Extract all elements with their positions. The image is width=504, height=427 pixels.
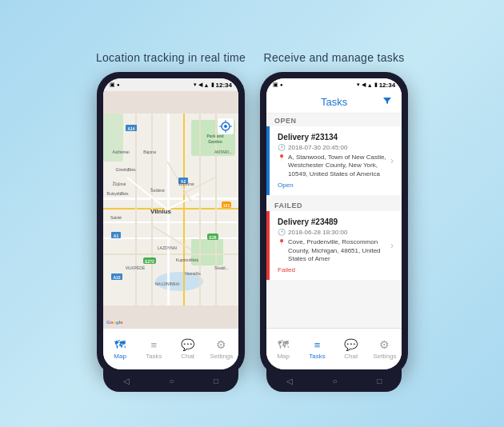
nav-settings-label-1: Settings [210, 353, 233, 360]
nav-chat-label-2: Chat [344, 353, 358, 360]
nav-settings-label-2: Settings [374, 353, 397, 360]
nav-tasks-label-2: Tasks [309, 353, 325, 360]
signal-dot-2: ● [280, 82, 283, 87]
chevron-failed: › [390, 240, 394, 251]
task-card-open-content: Delivery #23134 🕐 2018-07-30 20:45:00 📍 … [278, 133, 387, 189]
addr-icon-open: 📍 [278, 154, 286, 162]
status-time-2: 12:34 [379, 82, 395, 89]
task-failed-addr: 📍 Cove, Prudenville, Roscommon County, M… [278, 238, 387, 263]
addr-icon-failed: 📍 [278, 239, 286, 247]
map-icon: 🗺 [114, 338, 126, 351]
status-icons-2: ▾ ◀ ▲ ▮ 12:34 [357, 82, 395, 89]
svg-text:Nemėžis: Nemėžis [185, 271, 201, 276]
task-failed-name: Delivery #23489 [278, 217, 387, 226]
svg-rect-15 [135, 114, 137, 305]
svg-text:VILKPĖDĖ: VILKPĖDĖ [126, 265, 146, 270]
svg-text:Žūjūnai: Žūjūnai [113, 181, 126, 186]
nav-settings-2[interactable]: ⚙ Settings [368, 338, 402, 360]
status-left-2: ▣ ● [273, 82, 283, 88]
map-svg: A14 A2 A1 E272 E28 [103, 91, 238, 328]
battery-icon-2: ▮ [374, 82, 378, 88]
nav-chat-2[interactable]: 💬 Chat [334, 338, 368, 360]
sim-icon-2: ▣ [273, 82, 278, 88]
svg-text:Garden: Garden [208, 139, 222, 144]
svg-text:NAUJININKAI: NAUJININKAI [154, 281, 179, 286]
nav-map-1[interactable]: 🗺 Map [103, 338, 137, 360]
svg-rect-3 [103, 114, 123, 162]
caption-map: Location tracking in real time [96, 51, 246, 64]
tasks-icon-2: ≡ [314, 339, 321, 351]
nav-tasks-1[interactable]: ≡ Tasks [137, 339, 170, 360]
phone2: ▣ ● ▾ ◀ ▲ ▮ 12:34 Tasks [260, 72, 408, 376]
svg-text:LAZDYNAI: LAZDYNAI [158, 245, 177, 250]
svg-text:ANTARI...: ANTARI... [214, 150, 232, 154]
chevron-open: › [390, 155, 394, 166]
status-left-1: ▣ ● [110, 82, 120, 88]
recents-btn-1[interactable]: □ [214, 377, 218, 385]
svg-text:Bajorai: Bajorai [143, 150, 156, 154]
svg-point-55 [224, 125, 227, 128]
task-card-open[interactable]: Delivery #23134 🕐 2018-07-30 20:45:00 📍 … [266, 126, 402, 195]
svg-text:Vilnius: Vilnius [150, 208, 172, 215]
back-btn-1[interactable]: ◁ [123, 377, 130, 385]
nav-chat-label-1: Chat [181, 353, 194, 360]
svg-text:Gineitis̃kės: Gineitis̃kės [116, 167, 136, 172]
chat-icon-1: 💬 [181, 338, 194, 351]
task-open-status: Open [278, 182, 387, 189]
phone2-wrapper: Receive and manage tasks ▣ ● ▾ ◀ ▲ ▮ 12:… [260, 51, 408, 376]
filter-icon[interactable] [382, 96, 392, 108]
svg-text:E28: E28 [210, 235, 217, 240]
nav-map-2[interactable]: 🗺 Map [266, 338, 300, 360]
phone1-wrapper: Location tracking in real time ▣ ● ▾ ◀ ▲… [96, 51, 246, 376]
task-failed-addr-text: Cove, Prudenville, Roscommon County, Mic… [288, 238, 387, 263]
task-failed-status: Failed [278, 266, 387, 273]
map-icon-2: 🗺 [278, 338, 289, 351]
tasks-icon-1: ≡ [151, 339, 158, 351]
bottom-nav-1: 🗺 Map ≡ Tasks 💬 Chat ⚙ Settings [103, 328, 238, 369]
wifi-icon-2: ◀ [362, 82, 366, 88]
status-time-1: 12:34 [216, 82, 232, 89]
nav-chat-1[interactable]: 💬 Chat [170, 338, 204, 360]
tasks-header: Tasks [266, 91, 402, 114]
task-failed-time-text: 2018-06-28 18:30:00 [288, 229, 347, 236]
task-open-addr: 📍 A, Stanwood, Town of New Castle, Westc… [278, 154, 387, 178]
svg-text:Avižieniai: Avižieniai [112, 150, 129, 154]
svg-text:Skaidi...: Skaidi... [214, 265, 229, 270]
app-container: Location tracking in real time ▣ ● ▾ ◀ ▲… [96, 51, 408, 376]
status-bar-1: ▣ ● ▾ ◀ ▲ ▮ 12:34 [103, 78, 238, 91]
back-btn-2[interactable]: ◁ [286, 377, 293, 385]
nav-tasks-2[interactable]: ≡ Tasks [300, 339, 334, 360]
svg-rect-5 [103, 198, 238, 200]
nav-settings-1[interactable]: ⚙ Settings [205, 338, 238, 360]
nav-map-label-1: Map [114, 353, 126, 360]
location-icon-2: ▾ [357, 82, 360, 88]
section-open-label: OPEN [266, 114, 402, 126]
network-icon-2: ▲ [367, 82, 373, 88]
phone2-inner: ▣ ● ▾ ◀ ▲ ▮ 12:34 Tasks [266, 78, 402, 369]
google-logo: Google [106, 320, 123, 325]
svg-text:Kuprioniškės: Kuprioniškės [176, 257, 199, 262]
tasks-title: Tasks [321, 96, 347, 108]
phone1: ▣ ● ▾ ◀ ▲ ▮ 12:34 [97, 72, 245, 376]
recents-btn-2[interactable]: □ [377, 377, 382, 385]
svg-text:A10: A10 [113, 275, 120, 280]
svg-text:Žirmūnai: Žirmūnai [178, 181, 194, 186]
tasks-list: OPEN Delivery #23134 🕐 2018-07-30 20:45:… [266, 114, 402, 328]
section-failed-label: FAILED [266, 198, 402, 211]
svg-text:101: 101 [223, 203, 230, 208]
svg-text:E272: E272 [145, 259, 154, 264]
task-card-failed-content: Delivery #23489 🕐 2018-06-28 18:30:00 📍 … [278, 217, 387, 273]
task-card-failed[interactable]: Delivery #23489 🕐 2018-06-28 18:30:00 📍 … [266, 211, 402, 280]
map-view: A14 A2 A1 E272 E28 [103, 91, 238, 328]
clock-icon-failed: 🕐 [278, 229, 286, 236]
svg-rect-7 [103, 221, 238, 223]
home-btn-2[interactable]: ○ [333, 377, 338, 385]
status-bar-2: ▣ ● ▾ ◀ ▲ ▮ 12:34 [266, 78, 402, 91]
home-btn-1[interactable]: ○ [169, 377, 174, 385]
svg-rect-13 [199, 114, 201, 305]
battery-icon: ▮ [211, 82, 214, 88]
home-bar-1: ◁ ○ □ [103, 369, 238, 392]
signal-dot: ● [117, 82, 120, 87]
task-open-time: 🕐 2018-07-30 20:45:00 [278, 144, 387, 151]
bottom-nav-2: 🗺 Map ≡ Tasks 💬 Chat ⚙ Settings [266, 328, 402, 369]
